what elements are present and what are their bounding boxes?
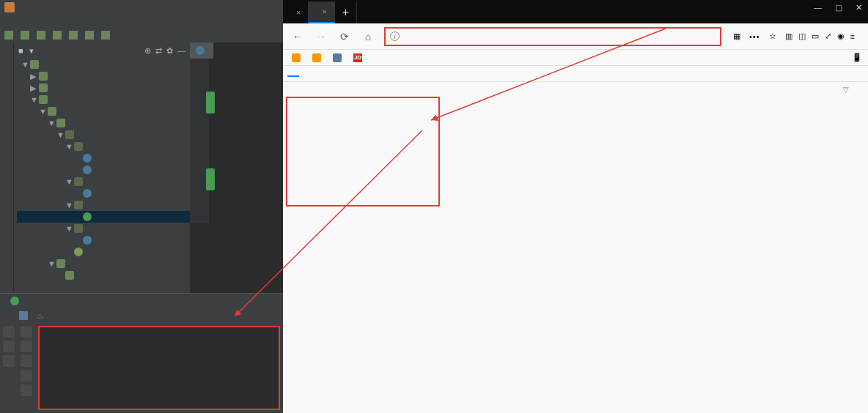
back-button[interactable]: ←	[290, 29, 305, 44]
endpoints-tab[interactable]: ♨	[37, 311, 47, 321]
menu-build[interactable]	[66, 21, 73, 22]
run-icon	[10, 297, 19, 305]
down-icon[interactable]	[3, 355, 15, 367]
run-header	[0, 294, 283, 308]
terminal-icon	[19, 311, 28, 320]
filter-icon: ▽	[840, 86, 852, 94]
menu-tools[interactable]	[84, 21, 91, 22]
stop-icon[interactable]	[3, 341, 15, 352]
rerun-icon[interactable]	[3, 326, 15, 338]
ide-title-bar	[0, 0, 283, 15]
bookmark-item[interactable]	[289, 53, 306, 62]
breadcrumb	[0, 28, 283, 42]
menu-view[interactable]	[22, 21, 29, 22]
folder-icon	[69, 31, 78, 40]
close-icon[interactable]: ×	[296, 8, 301, 17]
console-tab[interactable]	[19, 311, 31, 320]
up-icon[interactable]	[21, 326, 32, 338]
folder-icon	[21, 31, 29, 40]
sidebar-icon[interactable]: ◫	[798, 31, 806, 41]
left-tool-strip	[0, 42, 14, 293]
wrap-icon[interactable]	[21, 355, 32, 367]
gutter-marker-icon	[206, 92, 215, 114]
headers-tab[interactable]	[314, 72, 326, 76]
menu-refactor[interactable]	[57, 21, 65, 22]
menu-code[interactable]	[40, 21, 47, 22]
reload-button[interactable]: ⟳	[337, 29, 352, 44]
extension-icon[interactable]: ◉	[837, 31, 845, 41]
menu-analyze[interactable]	[48, 21, 56, 22]
browser-window: × × + — ▢ ✕ ← → ⟳ ⌂ i ▦ ••• ☆ ▥ ◫ ▭ ⤢ ◉ …	[283, 0, 868, 413]
line-numbers	[190, 59, 209, 223]
menu-bar	[0, 15, 283, 28]
project-panel: ■▾ ⊕⇄✿— ▼ ▶ ▶ ▼ ▼ ▼ ▼ ▼ ▼ ▼ ▼	[14, 42, 190, 293]
run-toolbar-left2	[18, 323, 35, 413]
editor-tab-active[interactable]	[190, 42, 213, 59]
menu-navigate[interactable]	[31, 21, 38, 22]
editor-tabs	[190, 42, 283, 59]
browser-tab-2[interactable]: ×	[309, 1, 334, 23]
page-actions-icon[interactable]: •••	[749, 32, 760, 41]
locate-icon[interactable]: ⇄	[155, 46, 162, 56]
hide-icon[interactable]: —	[177, 46, 185, 56]
collapse-icon[interactable]: ⊕	[144, 46, 151, 56]
ide-window: ■▾ ⊕⇄✿— ▼ ▶ ▶ ▼ ▼ ▼ ▼ ▼ ▼ ▼ ▼	[0, 0, 283, 413]
bookmark-star-icon[interactable]: ☆	[769, 31, 776, 41]
jd-icon: JD	[353, 53, 362, 62]
project-tree[interactable]: ▼ ▶ ▶ ▼ ▼ ▼ ▼ ▼ ▼ ▼ ▼ ▼	[14, 59, 190, 293]
folder-icon	[53, 31, 62, 40]
new-tab-button[interactable]: +	[335, 1, 357, 23]
folder-icon	[4, 31, 13, 40]
bookmark-item[interactable]	[309, 53, 327, 62]
qr-icon[interactable]: ▦	[733, 31, 740, 41]
maximize-icon[interactable]: ▢	[835, 3, 842, 12]
screenshot-icon[interactable]: ⤢	[825, 31, 831, 41]
run-tabs: ♨	[0, 308, 283, 323]
ide-app-icon	[4, 2, 15, 12]
minimize-icon[interactable]: —	[814, 3, 822, 12]
json-tab[interactable]	[287, 71, 299, 77]
window-controls: — ▢ ✕	[780, 0, 868, 15]
account-icon[interactable]: ▭	[812, 31, 819, 41]
info-icon[interactable]: i	[390, 31, 400, 41]
json-toolbar: ▽	[283, 82, 868, 97]
settings-icon[interactable]: ✿	[166, 46, 173, 56]
browser-tabs: × × +	[283, 0, 780, 23]
console-output[interactable]	[38, 326, 280, 410]
folder-icon	[101, 31, 110, 40]
forward-button[interactable]: →	[314, 29, 328, 44]
print-icon[interactable]	[21, 370, 32, 382]
editor-area	[190, 42, 283, 293]
menu-file[interactable]	[4, 21, 12, 22]
editor-breadcrumb	[190, 223, 283, 237]
mobile-bookmarks[interactable]: 📱	[852, 53, 862, 62]
raw-tab[interactable]	[301, 72, 312, 76]
close-icon[interactable]: ×	[322, 7, 326, 16]
folder-icon	[85, 31, 94, 40]
clear-icon[interactable]	[21, 384, 32, 396]
close-icon[interactable]: ✕	[856, 3, 862, 12]
folder-icon	[37, 31, 45, 40]
library-icon[interactable]: ▥	[785, 31, 792, 41]
project-header: ■▾ ⊕⇄✿—	[14, 42, 190, 59]
menu-run[interactable]	[75, 21, 82, 22]
down2-icon[interactable]	[21, 341, 32, 352]
folder-icon	[333, 53, 342, 62]
firefox-icon	[292, 53, 301, 62]
json-response[interactable]	[286, 97, 440, 206]
code-text[interactable]	[209, 59, 283, 223]
menu-edit[interactable]	[13, 21, 21, 22]
browser-tab-1[interactable]: ×	[283, 1, 309, 23]
home-button[interactable]: ⌂	[361, 29, 375, 44]
devtools-tabs	[283, 66, 868, 82]
address-bar[interactable]: i	[384, 27, 721, 46]
bookmark-item[interactable]: JD	[350, 53, 368, 62]
bookmarks-bar: JD 📱	[283, 50, 868, 66]
bookmark-item[interactable]	[330, 53, 347, 62]
browser-toolbar: ← → ⟳ ⌂ i ▦ ••• ☆ ▥ ◫ ▭ ⤢ ◉ ≡	[283, 23, 868, 50]
gutter-marker-icon	[206, 168, 215, 190]
run-toolbar-left1	[0, 323, 18, 413]
run-panel: ♨	[0, 293, 283, 413]
menu-icon[interactable]: ≡	[850, 32, 855, 41]
class-icon	[196, 46, 205, 55]
